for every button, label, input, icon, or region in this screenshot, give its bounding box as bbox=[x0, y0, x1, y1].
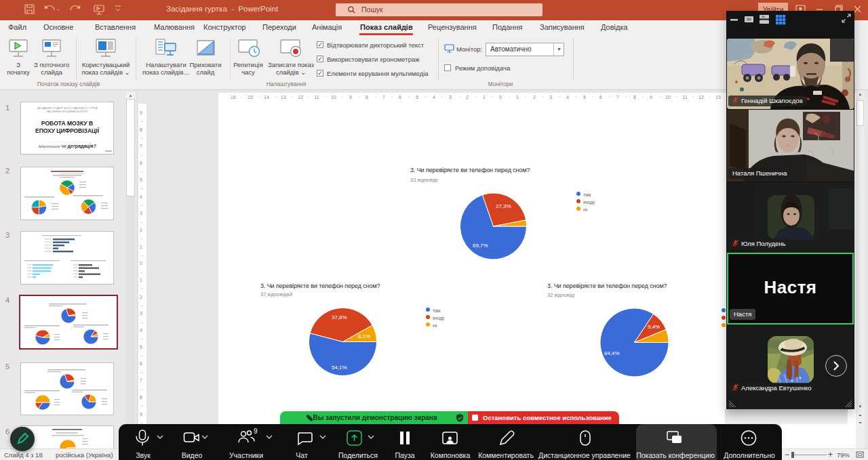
svg-text:9: 9 bbox=[254, 427, 258, 435]
